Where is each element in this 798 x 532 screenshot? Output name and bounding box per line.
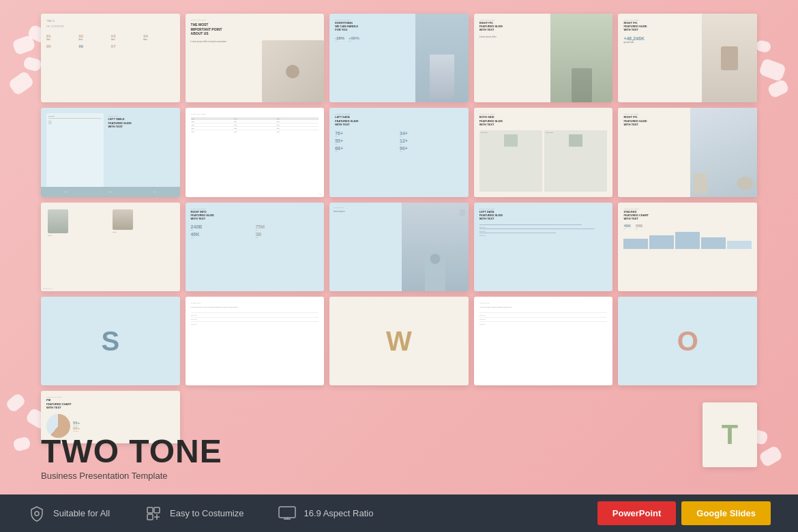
slide-grid: TABLE OF CONTENT 01Item 02Item 03Item 04… (41, 14, 757, 443)
slide-thumb-4[interactable]: SLIDE TITLE HERE RIGHT PICFEATURED SLIDE… (474, 14, 613, 102)
feature-customize: Easy to Costumize (144, 504, 243, 523)
svg-rect-2 (154, 507, 160, 513)
branding-area: TWO TONE Business Presentation Template (41, 435, 222, 481)
svg-rect-1 (147, 507, 153, 513)
slide-thumb-18[interactable]: SLIDE TITLE Lorem ipsum dolor sit amet c… (186, 297, 325, 385)
slide-thumb-9[interactable]: SLIDE TITLE HERE BOTH SIDEFEATURED SLIDE… (474, 108, 613, 196)
slide-thumb-3[interactable]: SLIDE TITLE HERE EVERYTHINGWE CAN HANDLE… (329, 14, 469, 102)
slide-thumb-20[interactable]: SLIDE TITLE Lorem ipsum dolor sit amet c… (474, 297, 613, 385)
google-slides-button[interactable]: Google Slides (681, 501, 771, 525)
feature-customize-text: Easy to Costumize (170, 508, 243, 518)
feature-suitable: Suitable for All (27, 504, 110, 523)
bottom-bar: Suitable for All Easy to Costumize 16.9 … (0, 494, 798, 532)
svg-rect-3 (147, 514, 153, 520)
slide-thumb-5[interactable]: SLIDE TITLE HERE RIGHT PICFEATURED SLIDE… (618, 14, 757, 102)
slide-thumb-13[interactable]: SLIDE TITLE lorem ipsum (329, 203, 469, 291)
slide-thumb-10[interactable]: SLIDE TITLE HERE RIGHT PICFEATURED SLIDE… (618, 108, 757, 196)
slide-thumb-2[interactable]: SLIDE TITLE HERE THE MOSTIMPORTANT POINT… (186, 14, 325, 102)
slide-thumb-15[interactable]: SLIDE TITLE HERE STACKEDFEATURED CHARTWI… (618, 203, 757, 291)
feature-suitable-text: Suitable for All (53, 508, 110, 518)
powerpoint-button[interactable]: PowerPoint (597, 501, 677, 525)
brand-title: TWO TONE (41, 435, 222, 468)
slide-thumb-12[interactable]: SLIDE TITLE HERE RIGHT INFOFEATURED SLID… (186, 203, 325, 291)
slide-thumb-8[interactable]: SLIDE TITLE HERE LEFT DATAFEATURED SLIDE… (329, 108, 469, 196)
wand-icon (144, 504, 163, 523)
slide-thumb-11[interactable]: caption caption description text (41, 203, 180, 291)
svg-rect-4 (279, 507, 295, 518)
slide-thumb-1[interactable]: TABLE OF CONTENT 01Item 02Item 03Item 04… (41, 14, 180, 102)
shield-icon (27, 504, 46, 523)
slide-thumb-17[interactable]: S (41, 297, 180, 385)
slide-grid-inner: TABLE OF CONTENT 01Item 02Item 03Item 04… (41, 14, 757, 443)
slide-thumb-22[interactable]: T (703, 402, 757, 467)
slide-thumb-7[interactable]: SLIDE TITLE HERE Col 1 Col 2 Col 3 datad… (186, 108, 325, 196)
monitor-icon (278, 504, 297, 523)
bottom-buttons: PowerPoint Google Slides (597, 501, 771, 525)
feature-aspect-text: 16.9 Aspect Ratio (304, 508, 373, 518)
slide-thumb-19[interactable]: W (329, 297, 469, 385)
slide-thumb-21[interactable]: O (618, 297, 757, 385)
slide-thumb-14[interactable]: SLIDE TITLE HERE LEFT DATAFEATURED SLIDE… (474, 203, 613, 291)
brand-subtitle: Business Presentation Template (41, 471, 222, 481)
feature-aspect: 16.9 Aspect Ratio (278, 504, 373, 523)
slide-thumb-6[interactable]: table data row 1 row 2 row 3 SLIDE TITLE… (41, 108, 180, 196)
svg-point-0 (35, 512, 39, 516)
